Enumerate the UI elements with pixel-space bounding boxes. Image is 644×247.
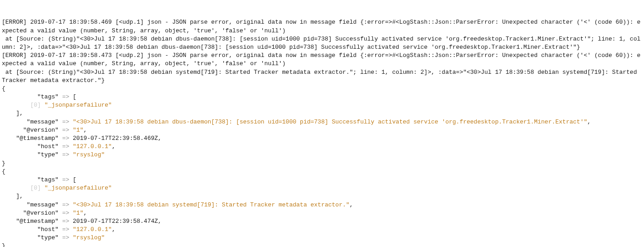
host-value: "127.0.0.1" (73, 143, 112, 150)
error-log-line: at [Source: (String)"<30>Jul 17 18:39:58… (2, 69, 640, 84)
array-close: ], (2, 110, 23, 117)
field-key-version: "@version" (2, 210, 59, 216)
field-key-timestamp: "@timestamp" (2, 218, 59, 225)
field-key-tags: "tags" (2, 93, 59, 100)
brace-open: { (2, 168, 5, 175)
field-key-tags: "tags" (2, 176, 59, 183)
comma: , (83, 210, 87, 216)
timestamp-value: 2019-07-17T22:39:58.474Z (73, 218, 158, 225)
array-open: [ (73, 176, 76, 183)
timestamp-value: 2019-07-17T22:39:58.469Z (73, 135, 158, 142)
type-value: "rsyslog" (73, 234, 105, 241)
message-value: "<30>Jul 17 18:39:58 debian systemd[719]… (73, 201, 350, 208)
brace-close: } (2, 160, 5, 167)
comma: , (112, 143, 116, 150)
arrow-icon: => (59, 135, 73, 142)
version-value: "1" (73, 127, 83, 134)
field-key-message: "message" (2, 118, 59, 125)
error-log-line: at [Source: (String)"<30>Jul 17 18:39:58… (2, 36, 640, 51)
comma: , (112, 226, 116, 233)
arrow-icon: => (59, 143, 73, 150)
type-value: "rsyslog" (73, 151, 105, 158)
array-index: [0] (2, 185, 45, 191)
comma: , (587, 118, 591, 125)
array-index: [0] (2, 102, 45, 108)
arrow-icon: => (59, 151, 73, 158)
error-log-line: [ERROR] 2019-07-17 18:39:58.469 [<udp.1]… (2, 19, 640, 34)
comma: , (83, 127, 87, 134)
arrow-icon: => (59, 210, 73, 216)
arrow-icon: => (59, 176, 73, 183)
arrow-icon: => (59, 201, 73, 208)
array-open: [ (73, 93, 76, 100)
field-key-timestamp: "@timestamp" (2, 135, 59, 142)
tag-value: "_jsonparsefailure" (45, 102, 112, 108)
field-key-version: "@version" (2, 127, 59, 134)
arrow-icon: => (59, 234, 73, 241)
array-close: ], (2, 193, 23, 200)
comma: , (158, 135, 161, 142)
comma: , (350, 201, 353, 208)
field-key-message: "message" (2, 201, 59, 208)
error-log-line: [ERROR] 2019-07-17 18:39:58.473 [<udp.2]… (2, 52, 640, 67)
comma: , (158, 218, 161, 225)
brace-open: { (2, 85, 5, 92)
arrow-icon: => (59, 118, 73, 125)
brace-close: } (2, 242, 5, 247)
tag-value: "_jsonparsefailure" (45, 185, 112, 191)
field-key-type: "type" (2, 151, 59, 158)
arrow-icon: => (59, 93, 73, 100)
arrow-icon: => (59, 127, 73, 134)
message-value: "<30>Jul 17 18:39:58 debian dbus-daemon[… (73, 118, 587, 125)
field-key-host: "host" (2, 143, 59, 150)
arrow-icon: => (59, 226, 73, 233)
version-value: "1" (73, 210, 83, 216)
field-key-type: "type" (2, 234, 59, 241)
host-value: "127.0.0.1" (73, 226, 112, 233)
arrow-icon: => (59, 218, 73, 225)
field-key-host: "host" (2, 226, 59, 233)
